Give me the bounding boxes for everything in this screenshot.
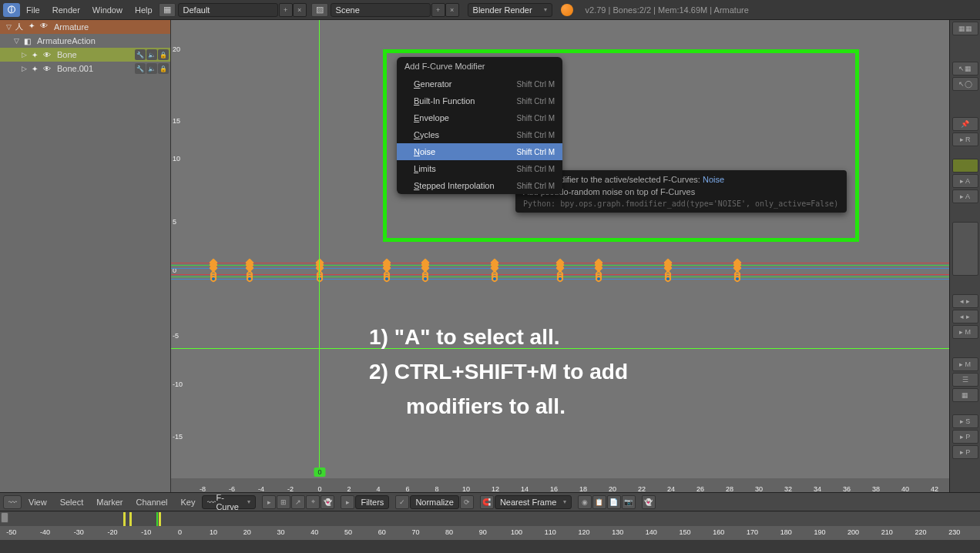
timeline-marker[interactable] <box>159 512 161 526</box>
proportional-icon[interactable]: ◉ <box>578 495 592 509</box>
timeline-ruler[interactable]: -50-40-30-20-100102030405060708090100110… <box>0 526 980 540</box>
menu-item-limits[interactable]: LimitsShift Ctrl M <box>397 160 562 177</box>
menu-item-stepped-interpolation[interactable]: Stepped InterpolationShift Ctrl M <box>397 177 562 194</box>
paste-icon[interactable]: 📄 <box>607 495 621 509</box>
expand-icon[interactable]: ▷ <box>18 65 29 72</box>
snap-toggle-icon[interactable]: 🧲 <box>480 495 494 509</box>
normalize-button[interactable]: Normalize <box>410 495 459 509</box>
pin-icon[interactable]: 📌 <box>952 117 978 131</box>
x-tick: 10 <box>462 485 470 492</box>
cursor-snap-icon[interactable]: ⌖ <box>306 495 320 509</box>
x-tick: 24 <box>667 485 675 492</box>
slider-left[interactable] <box>952 222 978 276</box>
menu-help[interactable]: Help <box>129 5 159 15</box>
ghost-curves-icon[interactable]: 👻 <box>642 495 656 509</box>
frame-ruler[interactable]: -8-6-4-202468101214161820222426283032343… <box>171 478 949 492</box>
timeline-tick: 70 <box>411 528 419 536</box>
timeline-tick: 190 <box>814 528 825 536</box>
color-swatch[interactable] <box>952 159 978 173</box>
create-snapshot-icon[interactable]: 📷 <box>622 495 636 509</box>
wrench-icon[interactable]: 🔧 <box>135 63 146 74</box>
menu-channel[interactable]: Channel <box>129 498 173 507</box>
tab-row[interactable]: ▦▦ <box>952 22 978 35</box>
timeline-editor-icon[interactable] <box>1 512 8 523</box>
menu-window[interactable]: Window <box>86 5 129 15</box>
timeline-marker[interactable] <box>123 512 126 526</box>
auto-normalize-icon[interactable]: ⟳ <box>460 495 474 509</box>
tree-row-bone1[interactable]: ▷ ✦👁 Bone 🔧 🔈 🔒 <box>0 48 170 62</box>
m-icon2[interactable]: ☰ <box>952 373 978 387</box>
scene-add-button[interactable]: + <box>431 3 445 17</box>
scene-icon[interactable]: ▨ <box>311 3 328 17</box>
lock-icon[interactable]: 🔒 <box>158 63 169 74</box>
tree-row-armature[interactable]: ▽ 人✦👁 Armature <box>0 20 170 34</box>
mute-icon[interactable]: 🔈 <box>146 63 157 74</box>
option-m[interactable]: ▸ M <box>952 325 978 339</box>
info-editor-icon[interactable]: ⓘ <box>3 3 20 17</box>
cursor-2d-icon[interactable]: ↖◯ <box>952 77 978 91</box>
timeline-tick: 80 <box>445 528 453 536</box>
auto-icon-2[interactable]: ▸ A <box>952 189 978 203</box>
filter-toggle-icon[interactable]: ▸ <box>341 495 354 509</box>
menu-select[interactable]: Select <box>54 498 90 507</box>
copy-icon[interactable]: 📋 <box>592 495 606 509</box>
screen-layout-icon[interactable]: ▦ <box>159 3 176 17</box>
menu-view[interactable]: View <box>22 498 53 507</box>
lock-icon[interactable]: 🔒 <box>158 49 169 60</box>
layout-remove-button[interactable]: × <box>293 3 307 17</box>
menu-item-envelope[interactable]: EnvelopeShift Ctrl M <box>397 109 562 126</box>
mute-icon[interactable]: 🔈 <box>146 49 157 60</box>
reset-icon[interactable]: ▸ R <box>952 132 978 146</box>
menu-render[interactable]: Render <box>46 5 86 15</box>
p-icon[interactable]: ▸ P <box>952 430 978 444</box>
render-engine-dropdown[interactable]: Blender Render▾ <box>468 3 552 17</box>
expand-icon[interactable]: ▽ <box>3 23 14 31</box>
tree-row-bone2[interactable]: ▷ ✦👁 Bone.001 🔧 🔈 🔒 <box>0 62 170 75</box>
pivot-icon[interactable]: ▸ <box>262 495 276 509</box>
scene-remove-button[interactable]: × <box>445 3 459 17</box>
layout-add-button[interactable]: + <box>279 3 293 17</box>
option-a[interactable]: ◂ ▸ <box>952 294 978 308</box>
handles-icon[interactable]: ⊞ <box>277 495 290 509</box>
timeline-playhead[interactable] <box>156 512 158 526</box>
timeline-marker[interactable] <box>129 512 132 526</box>
ghost-icon[interactable]: 👻 <box>321 495 334 509</box>
timeline-tick: 100 <box>511 528 522 536</box>
filters-button[interactable]: Filters <box>355 495 389 509</box>
timeline-tick: 40 <box>310 528 318 536</box>
wrench-icon[interactable]: 🔧 <box>135 49 146 60</box>
timeline-tick: 10 <box>210 528 217 536</box>
s-icon[interactable]: ▸ S <box>952 414 978 428</box>
graph-editor[interactable]: 20151050-5-10-15 0 -8-6-4-20246810121416… <box>171 20 949 492</box>
menu-file[interactable]: File <box>20 5 46 15</box>
x-tick: -6 <box>229 485 235 492</box>
layout-name-field[interactable]: Default <box>178 3 278 17</box>
scene-name-field[interactable]: Scene <box>331 3 431 17</box>
x-tick: 22 <box>638 485 646 492</box>
timeline-track[interactable] <box>0 512 980 526</box>
mode-dropdown[interactable]: 〰 F-Curve▾ <box>202 495 256 509</box>
selected-icon[interactable]: ↗ <box>291 495 305 509</box>
snap-mode-dropdown[interactable]: Nearest Frame▾ <box>495 495 572 509</box>
menu-marker[interactable]: Marker <box>90 498 129 507</box>
armature-label: Armature <box>52 22 170 32</box>
expand-icon[interactable]: ▽ <box>11 37 22 45</box>
grid-icon[interactable]: ▦ <box>952 388 978 402</box>
timeline: -50-40-30-20-100102030405060708090100110… <box>0 511 980 539</box>
m-icon[interactable]: ▸ M <box>952 357 978 371</box>
tree-row-action[interactable]: ▽ ◧ ArmatureAction <box>0 34 170 48</box>
graph-editor-icon[interactable]: 〰 <box>3 495 22 509</box>
expand-icon[interactable]: ▷ <box>18 51 29 59</box>
p-icon2[interactable]: ▸ P <box>952 445 978 459</box>
x-tick: 16 <box>550 485 558 492</box>
option-b[interactable]: ◂ ▸ <box>952 310 978 323</box>
normalize-toggle-icon[interactable]: ✓ <box>395 495 409 509</box>
menu-item-cycles[interactable]: CyclesShift Ctrl M <box>397 126 562 143</box>
auto-icon[interactable]: ▸ A <box>952 174 978 188</box>
menu-key[interactable]: Key <box>174 498 201 507</box>
cursor-icon[interactable]: ↖▦ <box>952 62 978 75</box>
menu-item-noise[interactable]: NoiseShift Ctrl M <box>397 143 562 160</box>
menu-item-built-in-function[interactable]: Built-In FunctionShift Ctrl M <box>397 92 562 109</box>
y-tick: -10 <box>173 380 183 388</box>
menu-item-generator[interactable]: GeneratorShift Ctrl M <box>397 75 562 92</box>
